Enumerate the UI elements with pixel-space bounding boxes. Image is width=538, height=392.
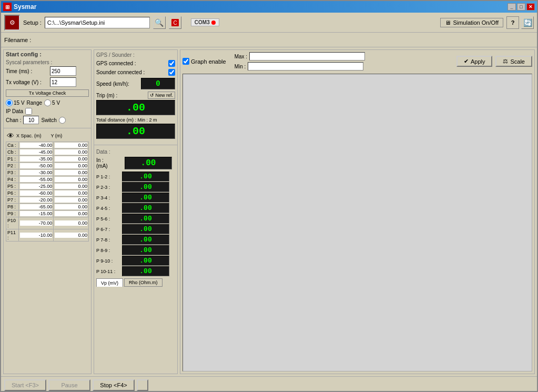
- pause-button[interactable]: Pause: [48, 379, 90, 391]
- chan-input[interactable]: [23, 116, 39, 124]
- grid-row-label-12: P11 :: [6, 229, 19, 242]
- grid-y-input-9[interactable]: [55, 204, 87, 209]
- grid-x-input-0[interactable]: [20, 143, 53, 148]
- setup-path-text: C:\...\Sysmar\Setup.ini: [47, 19, 105, 26]
- grid-row-11: P10 :: [6, 217, 89, 229]
- in-current-row: In : (mA) .00: [96, 157, 175, 169]
- p-reading-row-1: P 2-3 : .00: [96, 182, 175, 192]
- range-5v-label: 5 V: [52, 100, 60, 106]
- max-row: Max :: [235, 52, 365, 61]
- grid-y-input-1[interactable]: [55, 149, 87, 155]
- gps-connected-checkbox[interactable]: [168, 60, 175, 67]
- grid-y-input-8[interactable]: [55, 197, 87, 203]
- p-label-6: P 7-8 :: [96, 237, 120, 243]
- grid-x-input-5[interactable]: [20, 177, 53, 182]
- grid-row-label-10: P9 :: [6, 210, 19, 217]
- grid-y-input-7[interactable]: [55, 190, 87, 196]
- grid-row-label-5: P4 :: [6, 176, 19, 183]
- time-label: Time (ms) :: [6, 68, 48, 74]
- grid-x-0: [18, 142, 54, 149]
- new-ref-button[interactable]: ↺ New ref.: [148, 92, 175, 99]
- ip-data-checkbox[interactable]: [25, 108, 32, 115]
- setup-label: Setup :: [23, 19, 42, 26]
- filename-label: Filename :: [4, 37, 31, 43]
- max-input[interactable]: [249, 52, 365, 61]
- vp-tab[interactable]: Vp (mV): [96, 278, 123, 287]
- grid-y-9: [54, 204, 89, 210]
- tx-voltage-input[interactable]: [50, 77, 76, 87]
- grid-x-input-3[interactable]: [20, 163, 53, 168]
- title-bar-buttons: _ □ ✕: [507, 3, 535, 11]
- grid-y-input-0[interactable]: [55, 143, 87, 148]
- browse-button[interactable]: 🔍: [153, 16, 166, 29]
- grid-y-11: [54, 217, 89, 229]
- gps-connected-label: GPS connected :: [96, 61, 136, 66]
- setup-path-field: C:\...\Sysmar\Setup.ini: [45, 17, 150, 28]
- grid-row-label-3: P2 :: [6, 163, 19, 169]
- start-button[interactable]: Start <F3>: [4, 379, 46, 391]
- speed-display: 0: [141, 78, 175, 89]
- minimize-button[interactable]: _: [507, 3, 516, 11]
- grid-x-input-11[interactable]: [20, 220, 53, 226]
- grid-x-input-2[interactable]: [20, 156, 53, 162]
- min-input[interactable]: [248, 62, 363, 71]
- range-15v-radio[interactable]: 15 V: [6, 99, 25, 106]
- gps-section: GPS / Sounder : GPS connected : Sounder …: [94, 50, 177, 143]
- grid-y-input-10[interactable]: [55, 211, 87, 216]
- grid-y-input-12[interactable]: [55, 233, 87, 238]
- config-button[interactable]: C: [169, 16, 181, 29]
- p-label-3: P 4-5 :: [96, 206, 120, 211]
- grid-y-3: [54, 163, 89, 169]
- p-label-8: P 9-10 :: [96, 258, 120, 264]
- sounder-connected-row: Sounder connected :: [96, 69, 175, 76]
- grid-x-input-9[interactable]: [20, 204, 53, 209]
- grid-x-input-6[interactable]: [20, 184, 53, 189]
- grid-x-input-1[interactable]: [20, 149, 53, 155]
- p-display-3: .00: [122, 203, 169, 213]
- gps-header: GPS / Sounder :: [96, 52, 175, 58]
- sounder-connected-checkbox[interactable]: [168, 69, 175, 76]
- range-row: 15 V Range 5 V: [6, 99, 89, 106]
- help-button[interactable]: ?: [506, 16, 519, 29]
- p-label-9: P 10-11 :: [96, 269, 120, 274]
- grid-y-4: [54, 169, 89, 176]
- graph-display-area: [182, 74, 532, 371]
- grid-x-input-12[interactable]: [20, 233, 53, 238]
- range-5v-input[interactable]: [44, 99, 51, 106]
- trip-row: Trip (m) : ↺ New ref.: [96, 92, 175, 99]
- grid-y-input-5[interactable]: [55, 177, 87, 182]
- graph-enable-checkbox[interactable]: [182, 58, 189, 65]
- grid-x-3: [18, 163, 54, 169]
- maximize-button[interactable]: □: [517, 3, 525, 11]
- grid-row-0: Ca :: [6, 142, 89, 149]
- grid-y-input-3[interactable]: [55, 163, 87, 168]
- scale-button[interactable]: ⚖ Scale: [495, 56, 532, 67]
- toolbar: ⚙ Setup : C:\...\Sysmar\Setup.ini 🔍 C CO…: [1, 13, 537, 33]
- apply-button[interactable]: ✔ Apply: [456, 56, 493, 67]
- stop-button[interactable]: Stop <F4>: [93, 379, 135, 391]
- grid-x-input-8[interactable]: [20, 197, 53, 203]
- simulation-button[interactable]: 🖥 Simulation On/Off: [440, 18, 503, 27]
- grid-y-input-11[interactable]: [55, 220, 87, 226]
- grid-x-input-7[interactable]: [20, 190, 53, 196]
- speed-label: Speed (km/h):: [96, 81, 129, 87]
- p-label-2: P 3-4 :: [96, 195, 120, 200]
- switch-radio[interactable]: [59, 117, 66, 124]
- close-button[interactable]: ✕: [526, 3, 535, 11]
- grid-x-input-4[interactable]: [20, 170, 53, 175]
- refresh-button[interactable]: 🔄: [521, 16, 534, 29]
- grid-x-input-10[interactable]: [20, 211, 53, 216]
- grid-y-input-2[interactable]: [55, 156, 87, 162]
- p-label-4: P 5-6 :: [96, 216, 120, 222]
- range-5v-radio[interactable]: 5 V: [44, 99, 60, 106]
- rho-tab[interactable]: Rho (Ohm.m): [124, 278, 163, 287]
- new-ref-label: New ref.: [155, 93, 173, 98]
- time-input[interactable]: [50, 66, 76, 76]
- bottom-bar: Start <F3> Pause Stop <F4>: [1, 376, 537, 392]
- tx-voltage-check-button[interactable]: Tx Voltage Check: [6, 89, 89, 97]
- grid-y-input-6[interactable]: [55, 184, 87, 189]
- syscal-section: Syscal parameters : Time (ms) : Tx volta…: [4, 58, 91, 126]
- range-15v-input[interactable]: [6, 99, 13, 106]
- grid-y-input-4[interactable]: [55, 170, 87, 175]
- extra-button[interactable]: [137, 379, 148, 391]
